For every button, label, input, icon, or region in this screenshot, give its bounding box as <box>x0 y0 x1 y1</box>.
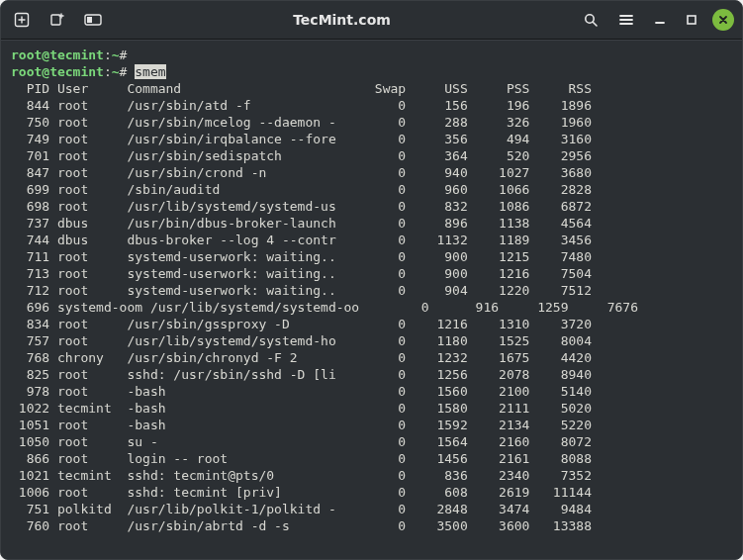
table-row: 1022 tecmint -bash 0 1580 2111 5020 <box>11 400 732 417</box>
svg-rect-5 <box>688 16 696 24</box>
table-row: 760 root /usr/sbin/abrtd -d -s 0 3500 36… <box>11 517 732 534</box>
table-row: 749 root /usr/sbin/irqbalance --fore 0 3… <box>11 131 732 147</box>
terminal-viewport[interactable]: root@tecmint:~#root@tecmint:~# smem PID … <box>1 41 742 559</box>
table-row: 701 root /usr/sbin/sedispatch 0 364 520 … <box>11 147 732 164</box>
table-row: 712 root systemd-userwork: waiting.. 0 9… <box>11 282 732 299</box>
table-row: 768 chrony /usr/sbin/chronyd -F 2 0 1232… <box>11 349 732 366</box>
broadcast-button[interactable] <box>80 7 106 33</box>
prompt-cwd: ~ <box>112 47 120 62</box>
table-row: 1021 tecmint sshd: tecmint@pts/0 0 836 2… <box>11 467 732 484</box>
table-row: 844 root /usr/sbin/atd -f 0 156 196 1896 <box>11 97 732 114</box>
table-row: 847 root /usr/sbin/crond -n 0 940 1027 3… <box>11 164 732 181</box>
maximize-button[interactable] <box>681 9 702 31</box>
titlebar: TecMint.com <box>1 1 742 39</box>
prompt-line: root@tecmint:~# smem <box>11 63 732 80</box>
close-button[interactable] <box>712 9 734 31</box>
prompt-user-host: root@tecmint <box>11 47 104 62</box>
table-row: 744 dbus dbus-broker --log 4 --contr 0 1… <box>11 232 732 248</box>
table-row: 699 root /sbin/auditd 0 960 1066 2828 <box>11 181 732 198</box>
table-row: 866 root login -- root 0 1456 2161 8088 <box>11 450 732 467</box>
table-row: 757 root /usr/lib/systemd/systemd-ho 0 1… <box>11 332 732 349</box>
table-row: 1006 root sshd: tecmint [priv] 0 608 261… <box>11 484 732 501</box>
prompt-sigil: # <box>120 47 128 62</box>
command-text: smem <box>135 64 165 79</box>
search-button[interactable] <box>578 7 604 33</box>
table-row: 825 root sshd: /usr/sbin/sshd -D [li 0 1… <box>11 366 732 383</box>
table-row: 698 root /usr/lib/systemd/systemd-us 0 8… <box>11 198 732 215</box>
table-row: 711 root systemd-userwork: waiting.. 0 9… <box>11 248 732 265</box>
table-row: 696 systemd-oom /usr/lib/systemd/systemd… <box>11 299 732 316</box>
table-row: 1050 root su - 0 1564 2160 8072 <box>11 433 732 450</box>
table-row: 1051 root -bash 0 1592 2134 5220 <box>11 417 732 433</box>
new-tab-button[interactable] <box>9 7 35 33</box>
terminal-window: TecMint.com root@tecmint:~#root@tecmint:… <box>0 0 743 560</box>
table-row: 750 root /usr/sbin/mcelog --daemon - 0 2… <box>11 114 732 131</box>
table-row: 713 root systemd-userwork: waiting.. 0 9… <box>11 265 732 282</box>
menu-button[interactable] <box>613 7 639 33</box>
table-row: 751 polkitd /usr/lib/polkit-1/polkitd - … <box>11 501 732 517</box>
svg-rect-3 <box>87 17 92 23</box>
minimize-button[interactable] <box>649 9 671 31</box>
window-title: TecMint.com <box>106 12 578 28</box>
prompt-line: root@tecmint:~# <box>11 47 732 63</box>
table-row: 978 root -bash 0 1560 2100 5140 <box>11 383 732 400</box>
table-row: 737 dbus /usr/bin/dbus-broker-launch 0 8… <box>11 215 732 232</box>
table-row: 834 root /usr/sbin/gssproxy -D 0 1216 13… <box>11 316 732 332</box>
new-window-button[interactable] <box>45 7 70 33</box>
table-header: PID User Command Swap USS PSS RSS <box>11 80 732 97</box>
